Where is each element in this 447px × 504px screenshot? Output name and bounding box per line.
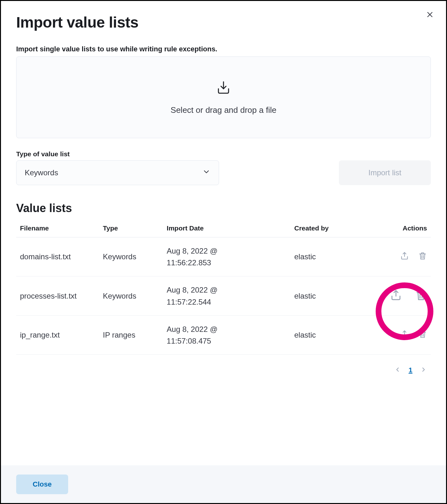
next-page-icon[interactable] [420,366,427,374]
cell-filename: ip_range.txt [16,315,99,354]
type-select[interactable]: Keywords [16,160,219,185]
table-row: ip_range.txt IP ranges Aug 8, 2022 @11:5… [16,315,431,354]
cell-actions [373,276,431,315]
cell-created-by: elastic [290,237,373,276]
col-header-type: Type [99,220,163,237]
cell-actions [373,315,431,354]
delete-icon[interactable] [418,330,427,339]
modal-footer: Close [1,465,446,503]
value-lists-heading: Value lists [16,202,431,215]
type-select-label: Type of value list [16,150,219,158]
type-select-value: Keywords [25,168,58,177]
dropzone-label: Select or drag and drop a file [171,105,276,115]
file-dropzone[interactable]: Select or drag and drop a file [16,56,431,138]
page-title: Import value lists [16,14,431,31]
export-icon[interactable] [390,289,402,301]
export-icon[interactable] [400,330,409,339]
col-header-created-by: Created by [290,220,373,237]
page-number[interactable]: 1 [409,366,412,374]
cell-type: Keywords [99,237,163,276]
cell-filename: processes-list.txt [16,276,99,315]
table-row: domains-list.txt Keywords Aug 8, 2022 @1… [16,237,431,276]
cell-actions [373,237,431,276]
import-icon [216,80,231,96]
value-lists-table: Filename Type Import Date Created by Act… [16,220,431,355]
cell-filename: domains-list.txt [16,237,99,276]
col-header-filename: Filename [16,220,99,237]
pagination: 1 [16,355,431,374]
cell-type: IP ranges [99,315,163,354]
close-button[interactable]: Close [16,475,68,494]
chevron-down-icon [202,168,211,178]
cell-date: Aug 8, 2022 @11:56:22.853 [163,237,290,276]
col-header-import-date: Import Date [163,220,290,237]
export-icon[interactable] [400,251,409,260]
delete-icon[interactable] [418,251,427,260]
cell-type: Keywords [99,276,163,315]
close-icon[interactable] [426,10,434,20]
delete-icon[interactable] [415,289,427,301]
cell-created-by: elastic [290,276,373,315]
cell-date: Aug 8, 2022 @11:57:08.475 [163,315,290,354]
import-list-button[interactable]: Import list [339,160,431,185]
col-header-actions: Actions [373,220,431,237]
cell-date: Aug 8, 2022 @11:57:22.544 [163,276,290,315]
cell-created-by: elastic [290,315,373,354]
page-subtitle: Import single value lists to use while w… [16,45,431,53]
table-row: processes-list.txt Keywords Aug 8, 2022 … [16,276,431,315]
prev-page-icon[interactable] [394,366,401,374]
